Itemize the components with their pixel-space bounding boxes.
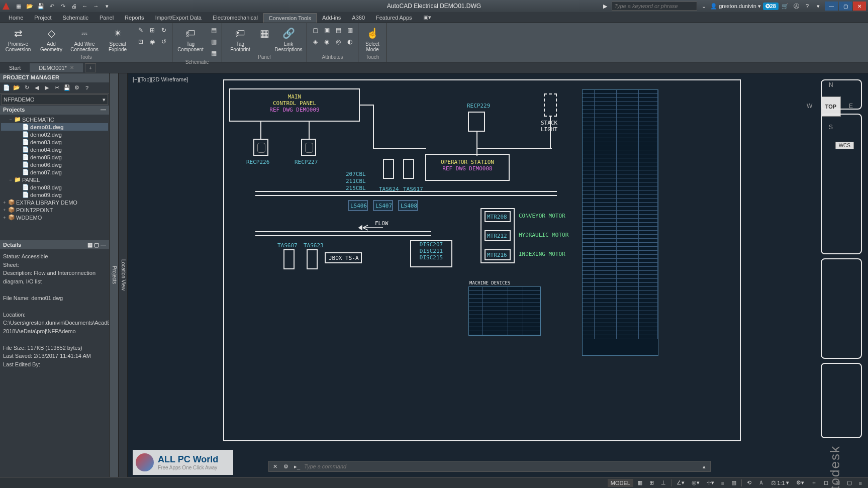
pm-new-icon[interactable]: 📄 [2,83,11,92]
osnap-icon[interactable]: ◎▾ [689,478,703,487]
add-geometry-button[interactable]: ◇Add Geometry [36,25,66,53]
sch-btn-3[interactable]: ▦ [209,48,219,58]
pm-next-icon[interactable]: ▶ [42,83,51,92]
transparency-icon[interactable]: ▤ [728,478,739,487]
pm-cut-icon[interactable]: ✂ [52,83,61,92]
tool-btn-3[interactable]: ↻ [159,25,169,35]
exchange-icon[interactable]: 🛒 [781,2,790,11]
open-icon[interactable]: 📂 [25,2,34,11]
qat-dropdown-icon[interactable]: ▾ [103,2,112,11]
tab-a360[interactable]: A360 [346,13,370,23]
tree-file[interactable]: 📄demo02.dwg [1,131,108,138]
sch-btn-2[interactable]: ▥ [209,37,219,47]
ribbon-expand-icon[interactable]: ▣▾ [418,12,437,23]
tab-schematic[interactable]: Schematic [57,13,94,23]
app-store-icon[interactable]: Ⓐ [792,2,801,11]
add-tab-button[interactable]: + [85,63,96,72]
tree-file[interactable]: 📄demo01.dwg [1,123,108,131]
model-button[interactable]: MODEL [608,479,633,487]
tree-file[interactable]: 📄demo06.dwg [1,161,108,168]
tab-panel[interactable]: Panel [94,13,119,23]
tree-extra[interactable]: +📦EXTRA LIBRARY DEMO [1,199,108,206]
help-dropdown-icon[interactable]: ▾ [814,2,823,11]
tool-btn-1[interactable]: ✎ [136,25,146,35]
tree-file[interactable]: 📄demo03.dwg [1,138,108,146]
pm-open-icon[interactable]: 📂 [12,83,21,92]
tree-file[interactable]: 📄demo09.dwg [1,191,108,199]
vtab-projects[interactable]: Projects [110,73,119,477]
tab-addins[interactable]: Add-ins [317,13,346,23]
close-button[interactable]: ✕ [853,2,866,11]
tool-btn-2[interactable]: ⊞ [147,25,157,35]
pm-gear-icon[interactable]: ⚙ [72,83,81,92]
special-explode-button[interactable]: ✴Special Explode [103,25,133,53]
polar-icon[interactable]: ∠▾ [673,478,688,487]
sch-btn-1[interactable]: ▤ [209,25,219,35]
maximize-button[interactable]: ▢ [839,2,852,11]
panel-mid-button[interactable]: ▦ [258,25,270,41]
view-label[interactable]: [−][Top][2D Wireframe] [133,76,188,82]
tree-file[interactable]: 📄demo04.dwg [1,146,108,153]
save-icon[interactable]: 💾 [36,2,45,11]
lineweight-icon[interactable]: ≡ [718,479,727,487]
minimize-button[interactable]: — [825,2,838,11]
doc-tab-start[interactable]: Start [0,63,30,72]
promise-conversion-button[interactable]: ⇄Promis-e Conversion [3,25,33,53]
attr-btn-4[interactable]: ▥ [345,25,355,35]
close-tab-icon[interactable]: ✕ [70,65,74,70]
tree-p2p[interactable]: +📦POINT2POINT [1,206,108,214]
tag-footprint-button[interactable]: 🏷Tag Footprint [225,25,255,53]
annotation-icon[interactable]: Ａ [755,478,767,487]
tree-wd[interactable]: +📦WDDEMO [1,214,108,221]
tool-btn-4[interactable]: ⊡ [136,37,146,47]
prev-icon[interactable]: ← [80,2,89,11]
attr-btn-8[interactable]: ◐ [345,37,355,47]
select-mode-button[interactable]: ☝Select Mode [361,25,383,53]
doc-tab-active[interactable]: DEMO001*✕ [30,63,83,72]
redo-icon[interactable]: ↷ [58,2,67,11]
notification-badge[interactable]: ✪28 [763,3,779,10]
attr-btn-2[interactable]: ▣ [322,25,332,35]
undo-icon[interactable]: ↶ [47,2,56,11]
command-line[interactable]: ✕ ⚙ ▸_ ▴ [268,461,711,472]
cmd-config-icon[interactable]: ⚙ [282,462,290,470]
command-input[interactable] [304,463,697,469]
anno-monitor-icon[interactable]: ＋ [808,478,820,487]
user-menu[interactable]: 👤 greston.dunivin ▾ [710,3,761,10]
new-icon[interactable]: ▦ [14,2,23,11]
plot-icon[interactable]: 🖨 [69,2,78,11]
add-wire-connections-button[interactable]: ⎓Add Wire Connections [69,25,100,53]
tab-import-export[interactable]: Import/Export Data [150,13,207,23]
help-icon[interactable]: ? [803,2,812,11]
help-search-input[interactable] [612,2,697,11]
sel-cycling-icon[interactable]: ⟲ [744,478,754,487]
pm-project-combo[interactable]: NFPADEMO▾ [1,94,108,105]
play-icon[interactable]: ▶ [601,2,610,11]
tab-project[interactable]: Project [29,13,57,23]
cmd-close-icon[interactable]: ✕ [271,462,279,470]
attr-btn-1[interactable]: ▢ [310,25,320,35]
tree-file[interactable]: 📄demo07.dwg [1,168,108,176]
tree-file[interactable]: 📄demo08.dwg [1,183,108,191]
tree-panel[interactable]: −📁PANEL [1,176,108,183]
tool-btn-5[interactable]: ◉ [147,37,157,47]
scale-button[interactable]: ⚖ 1:1▾ [768,478,792,487]
viewcube-w[interactable]: W [807,103,812,110]
ortho-icon[interactable]: ⊥ [658,478,669,487]
pm-prev-icon[interactable]: ◀ [32,83,41,92]
drawing-canvas[interactable]: [−][Top][2D Wireframe] N E S W TOP WCS A… [128,73,868,477]
otrack-icon[interactable]: ⊹▾ [704,478,717,487]
signin-dropdown-icon[interactable]: ⌄ [699,2,708,11]
attr-btn-6[interactable]: ◉ [322,37,332,47]
grid-icon[interactable]: ▦ [634,478,645,487]
link-descriptions-button[interactable]: 🔗Link Descriptions [273,25,304,53]
pm-help-icon[interactable]: ? [82,83,91,92]
vtab-location[interactable]: Location View [119,73,128,477]
tab-featured-apps[interactable]: Featured Apps [370,13,418,23]
attr-btn-3[interactable]: ▤ [333,25,343,35]
pm-refresh-icon[interactable]: ↻ [22,83,31,92]
details-header[interactable]: Details▦ ▢ — [0,240,109,249]
tab-conversion-tools[interactable]: Conversion Tools [263,13,317,23]
workspace-icon[interactable]: ⚙▾ [793,478,807,487]
clean-screen-icon[interactable]: ▢ [844,478,855,487]
